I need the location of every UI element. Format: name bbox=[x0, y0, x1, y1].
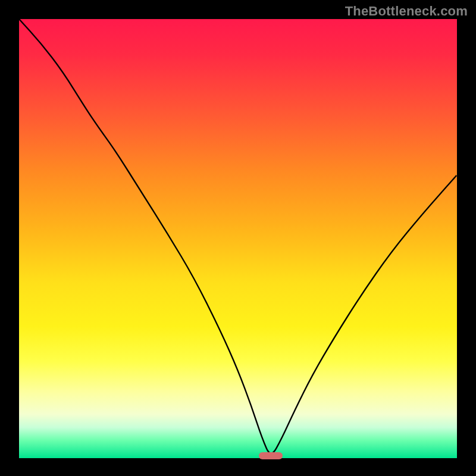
frame: TheBottleneck.com bbox=[0, 0, 476, 476]
bottleneck-curve bbox=[19, 19, 457, 458]
watermark: TheBottleneck.com bbox=[345, 4, 468, 19]
plot-area bbox=[19, 19, 457, 458]
optimum-marker bbox=[259, 452, 283, 459]
curve-path bbox=[19, 19, 457, 453]
